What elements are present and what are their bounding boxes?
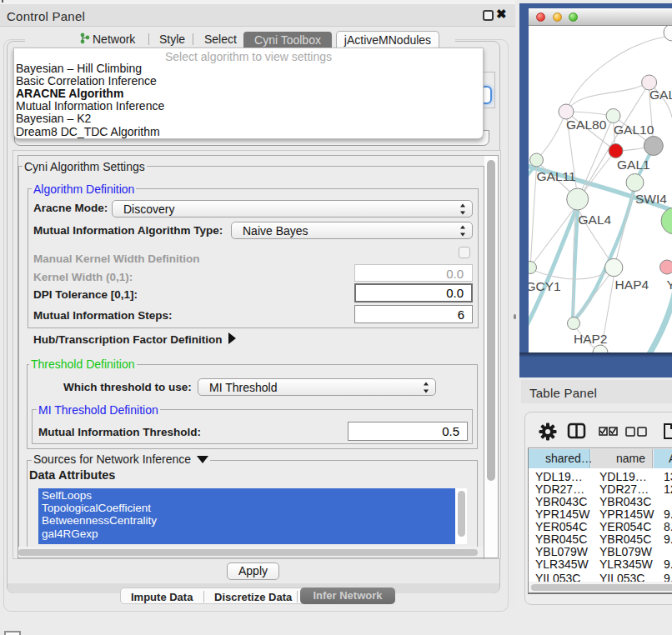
svg-text:GAL2: GAL2: [649, 88, 672, 102]
svg-text:SWI4: SWI4: [635, 192, 667, 206]
svg-text:HAP2: HAP2: [574, 332, 608, 346]
svg-text:GAL1: GAL1: [617, 158, 650, 172]
svg-text:Y: Y: [667, 278, 672, 292]
svg-text:HAP4: HAP4: [615, 278, 649, 292]
svg-text:GCY1: GCY1: [529, 279, 561, 293]
svg-text:GAL4: GAL4: [579, 212, 612, 227]
svg-text:GAL80: GAL80: [566, 118, 607, 132]
svg-text:GAL10: GAL10: [614, 122, 654, 137]
svg-text:GAL11: GAL11: [537, 169, 576, 183]
